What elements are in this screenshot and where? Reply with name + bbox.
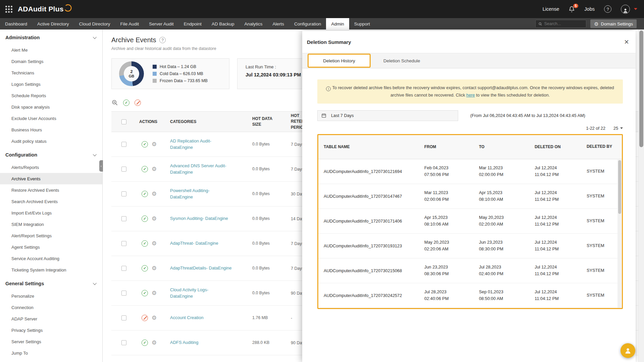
sidebar-item-adap-server[interactable]: ADAP Server bbox=[0, 313, 102, 324]
sidebar-item-technicians[interactable]: Technicians bbox=[0, 67, 102, 78]
date-range-dropdown[interactable]: Last 7 Days bbox=[317, 110, 458, 121]
bulk-disable-icon[interactable] bbox=[135, 100, 141, 106]
sidebar-item-privacy-settings[interactable]: Privacy Settings bbox=[0, 324, 102, 336]
close-icon[interactable]: × bbox=[624, 38, 629, 46]
sidebar-item-archive-events[interactable]: Archive Events bbox=[0, 173, 102, 184]
notifications-button[interactable]: 5 bbox=[569, 6, 575, 12]
page-scrollbar-thumb[interactable] bbox=[639, 31, 643, 147]
user-menu-caret-icon[interactable] bbox=[634, 8, 637, 10]
tab-deletion-schedule[interactable]: Deletion Schedule bbox=[383, 58, 420, 63]
section-general-settings[interactable]: General Settings bbox=[0, 276, 102, 290]
category-link[interactable]: AdapThreatDetails- DataEngine bbox=[170, 265, 232, 272]
category-link[interactable]: Advanced DNS Server Audit- DataEngine bbox=[170, 163, 232, 176]
search-input[interactable] bbox=[544, 21, 583, 26]
gear-icon[interactable]: ⚙ bbox=[152, 191, 157, 197]
bulk-enable-icon[interactable]: ✓ bbox=[123, 100, 129, 106]
table-scrollbar-track[interactable] bbox=[618, 160, 622, 308]
gear-icon[interactable]: ⚙ bbox=[152, 166, 157, 172]
nav-tab-ad-backup[interactable]: AD Backup bbox=[207, 18, 239, 29]
sidebar-item-restore-archived-events[interactable]: Restore Archived Events bbox=[0, 184, 102, 196]
archive-enabled-icon[interactable]: ✓ bbox=[142, 166, 148, 172]
row-checkbox[interactable] bbox=[121, 266, 126, 271]
row-checkbox[interactable] bbox=[121, 315, 126, 320]
row-checkbox[interactable] bbox=[121, 340, 126, 345]
category-link[interactable]: ADFS Auditing bbox=[170, 340, 199, 346]
banner-here-link[interactable]: here bbox=[466, 93, 475, 98]
sidebar-item-siem-integration[interactable]: SIEM Integration bbox=[0, 219, 102, 230]
sidebar-item-ticketing-system-integration[interactable]: Ticketing System Integration bbox=[0, 264, 102, 276]
sidebar-item-disk-space-analysis[interactable]: Disk space analysis bbox=[0, 101, 102, 113]
gear-icon[interactable]: ⚙ bbox=[152, 216, 157, 222]
archive-enabled-icon[interactable]: ✓ bbox=[142, 265, 148, 272]
nav-tab-active-directory[interactable]: Active Directory bbox=[32, 18, 74, 29]
nav-tab-alerts[interactable]: Alerts bbox=[268, 18, 289, 29]
user-avatar[interactable] bbox=[621, 5, 630, 14]
row-checkbox[interactable] bbox=[121, 191, 126, 196]
sidebar-item-logon-settings[interactable]: Logon Settings bbox=[0, 78, 102, 90]
sidebar-item-personalize[interactable]: Personalize bbox=[0, 290, 102, 302]
nav-tab-support[interactable]: Support bbox=[349, 18, 375, 29]
select-all-checkbox[interactable] bbox=[121, 119, 126, 124]
sidebar-item-audit-policy-status[interactable]: Audit policy status bbox=[0, 135, 102, 147]
nav-tab-endpoint[interactable]: Endpoint bbox=[179, 18, 207, 29]
global-search[interactable] bbox=[535, 20, 586, 28]
sidebar-item-alert-report-settings[interactable]: Alert/Report Settings bbox=[0, 230, 102, 241]
gear-icon[interactable]: ⚙ bbox=[152, 265, 157, 271]
sidebar-item-domain-settings[interactable]: Domain Settings bbox=[0, 56, 102, 67]
sidebar-collapse-handle[interactable]: ‹ bbox=[99, 160, 103, 172]
nav-tab-analytics[interactable]: Analytics bbox=[239, 18, 268, 29]
gear-icon[interactable]: ⚙ bbox=[152, 315, 157, 321]
table-scrollbar-thumb[interactable] bbox=[618, 160, 621, 214]
row-checkbox[interactable] bbox=[121, 241, 126, 246]
jobs-link[interactable]: Jobs bbox=[584, 6, 595, 12]
sidebar-item-connection[interactable]: Connection bbox=[0, 302, 102, 313]
category-link[interactable]: Sysmon Auditing- DataEngine bbox=[170, 216, 228, 222]
archive-enabled-icon[interactable]: ✓ bbox=[142, 216, 148, 222]
archive-enabled-icon[interactable]: ✓ bbox=[142, 141, 148, 147]
domain-settings-button[interactable]: ⚙ Domain Settings bbox=[590, 19, 637, 28]
sidebar-item-agent-settings[interactable]: Agent Settings bbox=[0, 241, 102, 253]
nav-tab-admin[interactable]: Admin bbox=[326, 18, 349, 29]
sidebar-item-server-settings[interactable]: Server Settings bbox=[0, 336, 102, 347]
table-search-icon[interactable] bbox=[111, 99, 118, 106]
row-checkbox[interactable] bbox=[121, 142, 126, 147]
section-administration[interactable]: Administration bbox=[0, 29, 102, 44]
archive-enabled-icon[interactable]: ✓ bbox=[142, 240, 148, 247]
archive-enabled-icon[interactable]: ✓ bbox=[142, 290, 148, 296]
apps-grid-icon[interactable] bbox=[5, 6, 12, 13]
nav-tab-cloud-directory[interactable]: Cloud Directory bbox=[74, 18, 115, 29]
nav-tab-server-audit[interactable]: Server Audit bbox=[144, 18, 179, 29]
gear-icon[interactable]: ⚙ bbox=[152, 290, 157, 296]
gear-icon[interactable]: ⚙ bbox=[152, 340, 157, 346]
app-logo[interactable]: ADAudit Plus bbox=[18, 5, 72, 13]
sidebar-item-alerts-reports[interactable]: Alerts/Reports bbox=[0, 162, 102, 173]
license-link[interactable]: License bbox=[542, 6, 559, 12]
sidebar-item-schedule-reports[interactable]: Schedule Reports bbox=[0, 90, 102, 101]
nav-tab-dashboard[interactable]: Dashboard bbox=[0, 18, 32, 29]
sidebar-item-search-archived-events[interactable]: Search Archived Events bbox=[0, 196, 102, 207]
archive-enabled-icon[interactable]: ✓ bbox=[142, 191, 148, 197]
nav-tab-configuration[interactable]: Configuration bbox=[289, 18, 326, 29]
category-link[interactable]: AD Replication Audit- DataEngine bbox=[170, 138, 232, 151]
gear-icon[interactable]: ⚙ bbox=[152, 141, 157, 147]
row-checkbox[interactable] bbox=[121, 216, 126, 221]
sidebar-item-business-hours[interactable]: Business Hours bbox=[0, 124, 102, 135]
tab-deletion-history[interactable]: Deletion History bbox=[308, 54, 371, 68]
row-checkbox[interactable] bbox=[121, 291, 126, 296]
category-link[interactable]: AdapThreat- DataEngine bbox=[170, 240, 218, 247]
category-link[interactable]: Cloud Activity Logs- DataEngine bbox=[170, 287, 232, 300]
page-size-dropdown[interactable]: 25 bbox=[613, 126, 623, 131]
gear-icon[interactable]: ⚙ bbox=[152, 241, 157, 246]
category-link[interactable]: Powershell Auditing- DataEngine bbox=[170, 188, 232, 200]
sidebar-item-exclude-user-accounts[interactable]: Exclude User Accounts bbox=[0, 113, 102, 124]
archive-disabled-icon[interactable] bbox=[142, 315, 148, 321]
help-button[interactable]: ? bbox=[604, 5, 611, 13]
sidebar-item-alert-me[interactable]: Alert Me bbox=[0, 44, 102, 56]
page-scrollbar-track[interactable] bbox=[638, 29, 644, 362]
sidebar-item-import-evt-logs[interactable]: Import Evt/Evtx Logs bbox=[0, 207, 102, 219]
page-help-button[interactable]: ? bbox=[159, 37, 166, 43]
support-chat-button[interactable] bbox=[621, 343, 635, 358]
nav-tab-file-audit[interactable]: File Audit bbox=[115, 18, 144, 29]
archive-enabled-icon[interactable]: ✓ bbox=[142, 340, 148, 346]
sidebar-item-jump-to[interactable]: Jump To bbox=[0, 347, 102, 359]
